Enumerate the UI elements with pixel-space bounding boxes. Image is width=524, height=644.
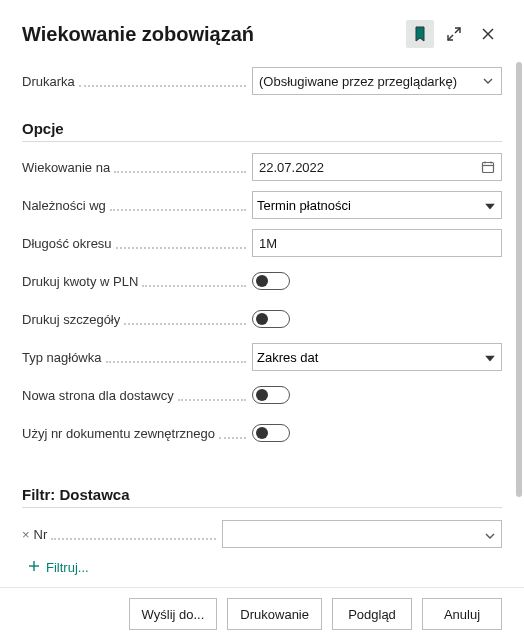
printer-label: Drukarka [22, 74, 252, 89]
aging-on-row: Wiekowanie na 22.07.2022 [22, 148, 502, 186]
ext-doc-label: Użyj nr dokumentu zewnętrznego [22, 426, 219, 441]
dialog-window: Wiekowanie zobowiązań Drukarka [0, 0, 524, 644]
expand-icon[interactable] [440, 20, 468, 48]
period-length-row: Długość okresu 1M [22, 224, 502, 262]
printer-row: Drukarka (Obsługiwane przez przeglądarkę… [22, 62, 502, 100]
print-button[interactable]: Drukowanie [227, 598, 322, 630]
print-details-row: Drukuj szczegóły [22, 300, 502, 338]
section-options: Opcje [22, 120, 502, 142]
ext-doc-row: Użyj nr dokumentu zewnętrznego [22, 414, 502, 452]
new-page-toggle[interactable] [252, 386, 290, 404]
period-length-label: Długość okresu [22, 236, 116, 251]
aging-by-row: Należności wg Termin płatności [22, 186, 502, 224]
send-to-button[interactable]: Wyślij do... [129, 598, 218, 630]
print-details-label: Drukuj szczegóły [22, 312, 124, 327]
add-filter-label: Filtruj... [46, 560, 89, 575]
body-scroll: Drukarka (Obsługiwane przez przeglądarkę… [22, 62, 524, 577]
footer: Wyślij do... Drukowanie Podgląd Anuluj [0, 587, 524, 644]
chevron-down-icon [481, 78, 495, 84]
filter-no-lookup[interactable] [222, 520, 502, 548]
filter-no-label: Nr [34, 527, 52, 542]
svg-rect-0 [483, 163, 494, 173]
page-title: Wiekowanie zobowiązań [22, 23, 406, 46]
calendar-icon[interactable] [477, 160, 495, 174]
period-length-input[interactable]: 1M [252, 229, 502, 257]
heading-type-select[interactable]: Zakres dat [252, 343, 502, 371]
heading-type-row: Typ nagłówka Zakres dat [22, 338, 502, 376]
aging-by-select[interactable]: Termin płatności [252, 191, 502, 219]
aging-by-label: Należności wg [22, 198, 110, 213]
printer-select[interactable]: (Obsługiwane przez przeglądarkę) [252, 67, 502, 95]
remove-filter-icon[interactable]: × [22, 527, 30, 542]
print-pln-toggle[interactable] [252, 272, 290, 290]
new-page-row: Nowa strona dla dostawcy [22, 376, 502, 414]
section-filter: Filtr: Dostawca [22, 486, 502, 508]
plus-icon [28, 560, 40, 575]
header-actions [406, 20, 502, 48]
preview-button[interactable]: Podgląd [332, 598, 412, 630]
heading-type-label: Typ nagłówka [22, 350, 106, 365]
header: Wiekowanie zobowiązań [0, 0, 524, 52]
filter-no-row: × Nr [22, 514, 502, 554]
bookmark-icon[interactable] [406, 20, 434, 48]
chevron-down-icon [485, 525, 495, 543]
scrollbar[interactable] [516, 62, 522, 497]
new-page-label: Nowa strona dla dostawcy [22, 388, 178, 403]
print-pln-label: Drukuj kwoty w PLN [22, 274, 142, 289]
add-filter-button[interactable]: Filtruj... [28, 560, 89, 575]
print-pln-row: Drukuj kwoty w PLN [22, 262, 502, 300]
close-icon[interactable] [474, 20, 502, 48]
ext-doc-toggle[interactable] [252, 424, 290, 442]
print-details-toggle[interactable] [252, 310, 290, 328]
aging-on-input[interactable]: 22.07.2022 [252, 153, 502, 181]
cancel-button[interactable]: Anuluj [422, 598, 502, 630]
body: Drukarka (Obsługiwane przez przeglądarkę… [0, 52, 524, 587]
aging-on-label: Wiekowanie na [22, 160, 114, 175]
